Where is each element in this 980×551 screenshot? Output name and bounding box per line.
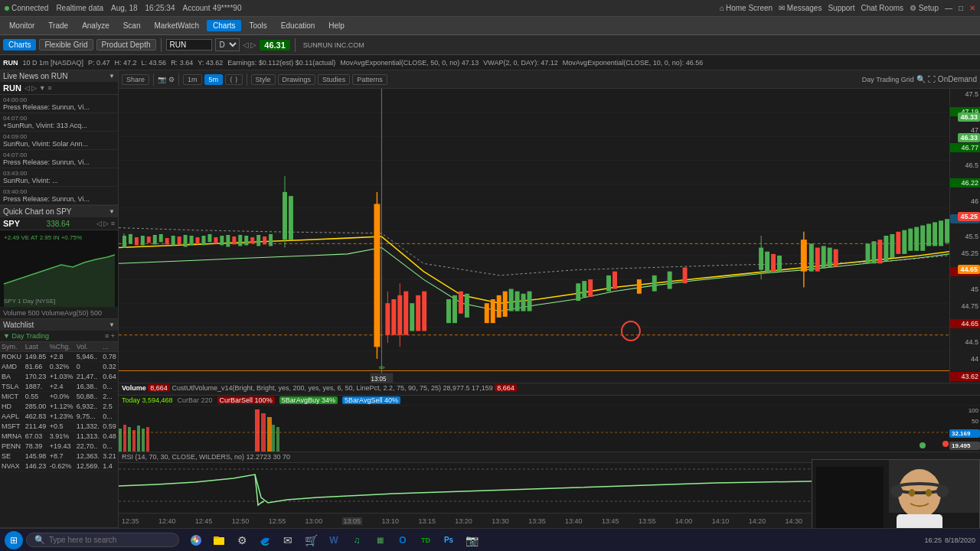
taskbar-photoshop[interactable]: Ps [438, 530, 459, 550]
time-1240: 12:40 [158, 517, 176, 525]
taskbar-spotify[interactable]: ♫ [346, 530, 368, 550]
wl-row-tsla[interactable]: TSLA 1887. +2.4 16,38.. 0... [0, 382, 118, 392]
tf-1m[interactable]: 1m [183, 74, 202, 85]
price-43-62: 43.62 [950, 372, 980, 381]
svg-rect-123 [276, 427, 279, 452]
wl-row-se[interactable]: SE 145.98 +8.7 12,363. 3.21 [0, 452, 118, 461]
toolbar-sep-2 [295, 38, 296, 52]
drawings-btn[interactable]: Drawings [278, 74, 316, 85]
taskbar-settings[interactable]: ⚙ [231, 530, 253, 550]
news-item-2[interactable]: 04:07:00 +SunRun, Vivint: 313 Acq... [0, 113, 118, 132]
wl-row-msft[interactable]: MSFT 211.49 +0.5 11,332. 0.59 [0, 422, 118, 432]
setup-btn[interactable]: ⚙ Setup [910, 4, 939, 12]
svg-rect-76 [637, 279, 642, 294]
taskbar-chrome[interactable] [185, 530, 207, 550]
charts-btn[interactable]: Charts [3, 39, 36, 51]
watchlist-header[interactable]: Watchlist ▼ [0, 319, 118, 331]
news-header[interactable]: Live News on RUN ▼ [0, 70, 118, 82]
wl-vol: 50,88.. [75, 392, 101, 402]
support-btn[interactable]: Support [828, 4, 854, 12]
nav-tools[interactable]: Tools [243, 20, 273, 31]
nav-marketwatch[interactable]: MarketWatch [149, 20, 206, 31]
watchlist-scroll[interactable]: Sym. Last %Chg. Vol. ... ROKU 149.85 +2.… [0, 342, 118, 471]
news-item-1[interactable]: 04:00:00 Press Release: Sunrun, Vi... [0, 95, 118, 113]
tf-5m[interactable]: 5m [204, 74, 224, 85]
vol-curbar-label: CurBar 220 [178, 396, 213, 404]
nav-monitor[interactable]: Monitor [3, 20, 41, 31]
start-button[interactable]: ⊞ [5, 531, 23, 549]
nav-analyze[interactable]: Analyze [76, 20, 116, 31]
wl-last: 462.83 [24, 412, 48, 422]
taskbar-file-explorer[interactable] [208, 530, 230, 550]
share-btn[interactable]: Share [122, 74, 149, 85]
quick-chart-header[interactable]: Quick Chart on SPY ▼ [0, 206, 118, 217]
wl-row-nvax[interactable]: NVAX 146.23 -0.62% 12,569. 1.4 [0, 461, 118, 471]
svg-point-125 [942, 441, 949, 447]
svg-rect-38 [232, 236, 236, 244]
symbol-type-select[interactable]: D↓ [215, 38, 240, 51]
nav-trade[interactable]: Trade [42, 20, 74, 31]
wl-row-ba[interactable]: BA 170.23 +1.03% 21,47.. 0.64 [0, 372, 118, 382]
wl-chg: +2.4 [48, 382, 75, 392]
taskbar-taskmgr[interactable]: ▦ [369, 530, 390, 550]
chat-rooms-btn[interactable]: Chat Rooms [861, 4, 903, 12]
taskbar-mail[interactable]: ✉ [277, 530, 299, 550]
svg-rect-95 [884, 236, 888, 261]
wl-row-penn[interactable]: PENN 78.39 +19.43 22,70.. 0... [0, 442, 118, 452]
studies-btn[interactable]: Studies [318, 74, 350, 85]
chrome-icon [190, 534, 202, 546]
date-display: Aug, 18 [111, 4, 137, 12]
chart-main: SEE 5.45 AT $3.16 100% [119, 89, 980, 383]
taskbar-search-box[interactable]: 🔍 [26, 533, 179, 547]
home-screen-btn[interactable]: ⌂ Home Screen [720, 4, 773, 12]
wl-chg: +8.7 [48, 452, 75, 461]
nav-scan[interactable]: Scan [117, 20, 147, 31]
wl-vol: 12,569. [75, 461, 101, 471]
svg-rect-79 [683, 268, 688, 284]
search-icon: 🔍 [34, 535, 45, 545]
nav-help[interactable]: Help [322, 20, 351, 31]
tf-arrows[interactable]: ⟨ ⟩ [225, 74, 243, 85]
style-btn[interactable]: Style [251, 74, 276, 85]
nav-charts[interactable]: Charts [207, 20, 241, 31]
info-high: H: 47.2 [115, 59, 137, 67]
wl-row-roku[interactable]: ROKU 149.85 +2.8 5,946.. 0.78 [0, 352, 118, 362]
taskbar-outlook[interactable]: O [392, 530, 413, 550]
camera-icon: 📷 [158, 76, 166, 83]
search-input[interactable] [49, 536, 164, 544]
news-item-4[interactable]: 04:07:00 Press Release: Sunrun, Vi... [0, 150, 118, 168]
svg-rect-113 [123, 425, 126, 452]
news-item-6[interactable]: 03:40:00 Press Release: Sunrun, Vi... [0, 187, 118, 205]
taskbar-word[interactable]: W [323, 530, 345, 550]
close-btn[interactable]: ✕ [969, 4, 975, 12]
ct-sep-1 [153, 73, 154, 86]
main-content: Live News on RUN ▼ RUN ◁ ▷ ▼ ≡ 04:00:00 … [0, 70, 980, 528]
wl-chg: +1.23% [48, 412, 75, 422]
maximize-btn[interactable]: □ [959, 4, 963, 12]
patterns-btn[interactable]: Patterns [352, 74, 387, 85]
taskbar-td[interactable]: TD [415, 530, 436, 550]
wl-vol: 11,332. [75, 422, 101, 432]
nav-education[interactable]: Education [275, 20, 321, 31]
wl-row-mict[interactable]: MICT 0.55 +0.0% 50,88.. 2... [0, 392, 118, 402]
wl-row-amd[interactable]: AMD 81.66 0.32% 0 0.32 [0, 362, 118, 372]
taskbar-edge[interactable] [254, 530, 276, 550]
volume-svg [119, 406, 949, 452]
taskbar-store[interactable]: 🛒 [300, 530, 322, 550]
product-depth-btn[interactable]: Product Depth [96, 39, 156, 51]
flexible-grid-btn[interactable]: Flexible Grid [39, 39, 93, 51]
svg-rect-115 [132, 430, 136, 452]
symbol-input[interactable] [166, 39, 212, 51]
wl-row-hd[interactable]: HD 285.00 +1.12% 6,932.. 2.5 [0, 402, 118, 412]
messages-btn[interactable]: ✉ Messages [779, 4, 822, 12]
taskbar-camera[interactable]: 📷 [461, 530, 482, 550]
news-collapse-icon: ▼ [109, 73, 115, 80]
wl-row-mrna[interactable]: MRNA 67.03 3.91% 11,313. 0.48 [0, 432, 118, 442]
time-1330: 13:30 [492, 517, 509, 525]
news-item-3[interactable]: 04:09:00 SunRun, Vivint: Solar Ann... [0, 132, 118, 150]
news-item-5[interactable]: 03:43:00 SunRun, Vivint: ... [0, 168, 118, 187]
vol-price-axis: 100 50 32.169 19.495 [949, 406, 980, 452]
wl-row-aapl[interactable]: AAPL 462.83 +1.23% 9,75... 0... [0, 412, 118, 422]
minimize-btn[interactable]: — [945, 4, 952, 12]
vol-right: 8,664 [495, 384, 517, 392]
